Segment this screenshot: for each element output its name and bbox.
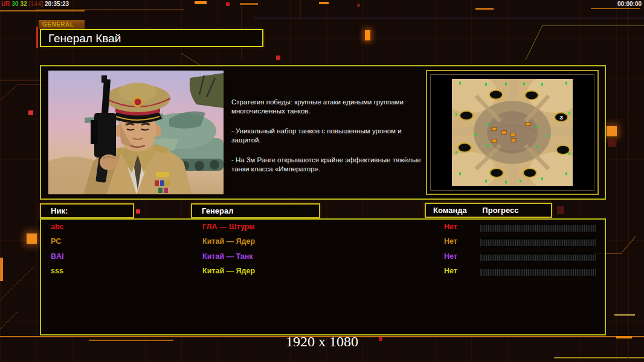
decor-square-red	[136, 209, 140, 214]
decor-dash	[475, 8, 494, 10]
player-nick: sss	[51, 267, 159, 275]
map-frame: 3	[430, 74, 594, 191]
decor-dash	[240, 3, 258, 5]
player-progress-bar	[480, 224, 596, 232]
player-progress-bar	[480, 238, 596, 247]
decor-line	[591, 8, 640, 9]
header-nick: Ник:	[40, 203, 134, 218]
decor-square-red	[357, 4, 360, 7]
decor-dash	[319, 2, 329, 4]
header-progress-label: Прогресс	[482, 204, 518, 217]
player-nick: abc	[51, 223, 159, 231]
match-timer: 00:00:00	[617, 1, 642, 7]
decor-bar-orange	[0, 258, 3, 281]
player-team: Нет	[444, 223, 475, 231]
map-preview-box: 3	[426, 70, 599, 195]
header-general: Генерал	[191, 203, 320, 218]
decor-glow-square	[27, 233, 37, 244]
strategy-text: Стратегия победы: крупные атаки едиными …	[231, 98, 425, 185]
decor-square-red	[28, 110, 33, 115]
header-team-label: Команда	[433, 204, 467, 217]
decor-square-dark	[608, 139, 616, 147]
decor-dash	[195, 1, 207, 4]
decor-square-red	[379, 337, 382, 341]
player-row: abc ГЛА — Штурм Нет	[41, 223, 605, 235]
player-general: Китай — Танк	[202, 252, 402, 261]
general-portrait	[48, 71, 224, 194]
player-nick: BAI	[51, 252, 159, 261]
player-general: Китай — Ядер	[202, 267, 402, 275]
decor-dash	[614, 314, 635, 316]
page-title: Генерал Квай	[40, 29, 263, 47]
player-row: PC Китай — Ядер Нет	[41, 237, 605, 249]
decor-line	[0, 10, 85, 11]
strategy-point: - На 3м Ранге открываются крайне эффекти…	[231, 156, 425, 174]
tab-general: GENERAL	[39, 20, 85, 29]
resolution-label: 1920 x 1080	[0, 334, 644, 350]
map-preview: 3	[452, 79, 573, 186]
player-row: sss Китай — Ядер Нет	[41, 267, 605, 279]
player-general: Китай — Ядер	[202, 237, 402, 246]
map-position-marker: 3	[559, 114, 563, 121]
header-team-progress: Команда Прогресс	[425, 203, 552, 218]
decor-square-red	[276, 56, 280, 60]
player-general: ГЛА — Штурм	[202, 223, 402, 231]
player-team: Нет	[444, 267, 475, 275]
player-nick: PC	[51, 237, 159, 246]
player-team: Нет	[444, 237, 475, 246]
decor-glow-square	[607, 126, 617, 136]
general-info-panel: Стратегия победы: крупные атаки едиными …	[40, 65, 606, 200]
strategy-point: - Уникальный набор танков с повышенным у…	[231, 127, 425, 145]
decor-square-dark	[557, 206, 564, 214]
decor-glow-rect	[365, 30, 370, 40]
perf-label: UR	[1, 1, 10, 7]
player-progress-bar	[480, 253, 596, 262]
player-row: BAI Китай — Танк Нет	[41, 252, 605, 264]
player-list-panel: abc ГЛА — Штурм Нет PC Китай — Ядер Нет …	[40, 218, 606, 335]
player-team: Нет	[444, 252, 475, 261]
performance-overlay: UR3032[144]20:35:23	[1, 1, 71, 7]
strategy-intro: Стратегия победы: крупные атаки едиными …	[231, 98, 425, 116]
decor-dash	[616, 336, 632, 338]
decor-square-red	[226, 2, 230, 6]
decor-red-sliver	[36, 27, 38, 48]
player-progress-bar	[480, 268, 596, 276]
